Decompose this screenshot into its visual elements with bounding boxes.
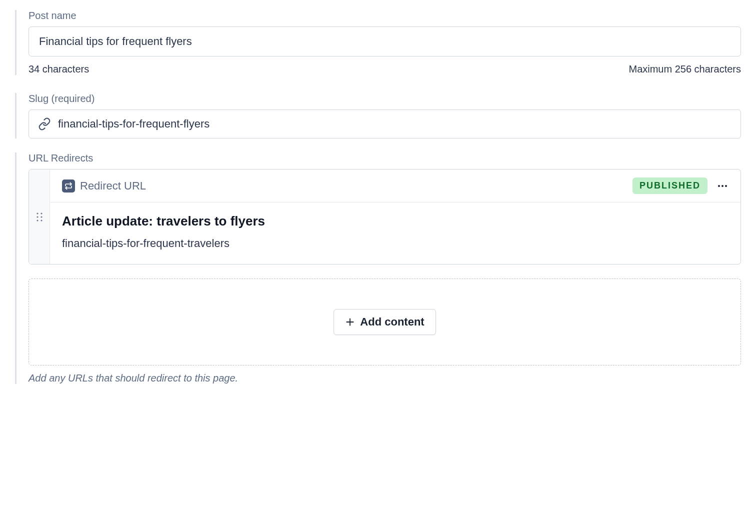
post-name-max-chars: Maximum 256 characters bbox=[628, 64, 741, 75]
post-name-char-count: 34 characters bbox=[28, 64, 89, 75]
link-icon bbox=[38, 118, 51, 130]
more-button[interactable] bbox=[716, 180, 728, 192]
slug-label: Slug (required) bbox=[28, 93, 741, 104]
slug-input-wrapper[interactable] bbox=[28, 110, 741, 138]
svg-point-4 bbox=[36, 220, 38, 221]
add-content-label: Add content bbox=[360, 316, 424, 328]
add-content-zone: Add content bbox=[28, 278, 741, 366]
svg-point-6 bbox=[718, 185, 720, 187]
drag-handle[interactable] bbox=[29, 170, 50, 264]
svg-point-8 bbox=[725, 185, 727, 187]
redirect-card: Redirect URL PUBLISHED Article update: t… bbox=[28, 169, 741, 264]
svg-point-1 bbox=[40, 212, 42, 214]
url-redirects-label: URL Redirects bbox=[28, 152, 741, 164]
svg-point-5 bbox=[40, 220, 42, 221]
plus-icon bbox=[345, 317, 355, 327]
redirect-title: Article update: travelers to flyers bbox=[62, 214, 728, 229]
redirect-header: Redirect URL PUBLISHED bbox=[50, 170, 740, 202]
status-badge: PUBLISHED bbox=[632, 178, 708, 194]
redirect-icon bbox=[62, 180, 75, 192]
url-redirects-field: URL Redirects Redirect URL bbox=[15, 152, 741, 384]
redirect-type-label: Redirect URL bbox=[80, 180, 146, 192]
slug-input[interactable] bbox=[57, 117, 732, 131]
redirect-slug-value: financial-tips-for-frequent-travelers bbox=[62, 237, 728, 250]
svg-point-2 bbox=[36, 216, 38, 218]
svg-point-7 bbox=[722, 185, 724, 187]
add-content-button[interactable]: Add content bbox=[334, 309, 436, 335]
svg-point-0 bbox=[36, 212, 38, 214]
svg-point-3 bbox=[40, 216, 42, 218]
redirects-help-text: Add any URLs that should redirect to thi… bbox=[28, 372, 741, 384]
post-name-label: Post name bbox=[28, 10, 741, 22]
slug-field: Slug (required) bbox=[15, 93, 741, 138]
post-name-field: Post name 34 characters Maximum 256 char… bbox=[15, 10, 741, 75]
post-name-input[interactable] bbox=[28, 26, 741, 56]
